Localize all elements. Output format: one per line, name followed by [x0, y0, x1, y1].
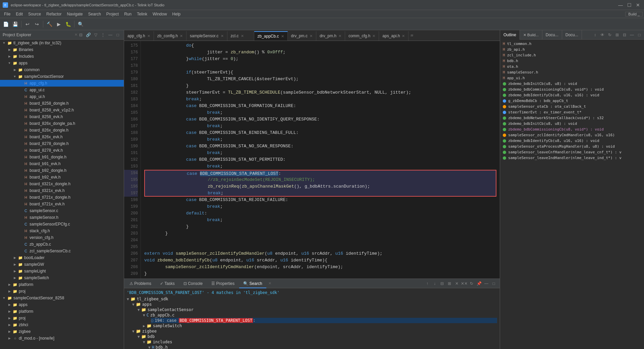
expand-icon[interactable]: ▼ [143, 340, 145, 344]
outline-func-11[interactable]: sampleSensor_leaveCnfHandler(nlme_leave_… [501, 149, 643, 155]
search-apps-item[interactable]: ▼ 📁 apps [132, 302, 497, 307]
outline-sort-icon[interactable]: ↕ [592, 32, 598, 38]
tab-close[interactable]: ✕ [241, 34, 244, 38]
search-match-item[interactable]: ○ 194: case BDB_COMMISSION_STA_PARENT_LO… [151, 318, 497, 323]
search-includes-item[interactable]: ▼ 📁 includes [143, 339, 497, 345]
minimize-icon[interactable]: — [483, 280, 490, 287]
tree-item-proj2[interactable]: ▶ 📁 proj [0, 315, 124, 321]
remove-icon[interactable]: ✕ [453, 280, 460, 287]
collapse-all-icon[interactable]: ⊟ [439, 280, 445, 287]
debug-button[interactable]: 🐛 [64, 20, 72, 29]
menu-project[interactable]: Project [104, 10, 121, 18]
tree-item-board-8258-evk-v1p2[interactable]: H board_8258_evk_v1p2.h [0, 107, 124, 113]
tree-item-zb-appCb[interactable]: C zb_appCb.c [0, 241, 124, 248]
tab-zb-appCb-c[interactable]: zb_appCb.c ✕ [254, 31, 288, 41]
search-bdb-item[interactable]: ▼ 📁 bdb [138, 334, 497, 339]
expand-icon[interactable]: ▼ [127, 297, 129, 301]
outline-var-1[interactable]: g_zbDemoBdbCb : bdb_appCb_t [501, 98, 643, 104]
tree-item-board-826x-dongle-pa[interactable]: H board_826x_dongle_pa.h [0, 120, 124, 127]
tree-item-board-b91-evk[interactable]: H board_b91_evk.h [0, 160, 124, 167]
tree-item-sampleContactSensor[interactable]: ▼ 📁 sampleContactSensor [0, 73, 124, 80]
right-tab-docu2[interactable]: Docu... [562, 30, 582, 40]
code-editor[interactable]: 175 176 177 178 179 180 181 182 183 184 … [124, 41, 500, 279]
outline-func-8[interactable]: sampleSensor_zclIdentifyCmdHandler(u8, u… [501, 132, 643, 138]
tree-item-app-ui-c[interactable]: C app_ui.c [0, 87, 124, 93]
tab-drv-pm-c[interactable]: drv_pm.c ✕ [288, 31, 316, 41]
tree-item-zcl-sampleSensorCb[interactable]: C zcl_sampleSensorCb.c [0, 248, 124, 254]
tree-item-binaries[interactable]: ▶ 📁 Binaries [0, 46, 124, 53]
minimize-button[interactable]: — [617, 2, 624, 8]
tree-item-board-8258-dongle[interactable]: H board_8258_dongle.h [0, 100, 124, 107]
pe-minimize[interactable]: — [107, 32, 114, 38]
tab-sampleSensor-c[interactable]: sampleSensor.c ✕ [186, 31, 227, 41]
tab-close[interactable]: ✕ [402, 34, 405, 38]
tree-item-version-cfg[interactable]: H version_cfg.h [0, 234, 124, 241]
outline-bdb[interactable]: H bdb.h [501, 58, 643, 64]
outline-hide-icon[interactable]: 👁 [599, 32, 606, 38]
bottom-tab-console[interactable]: ⊡ Console [179, 279, 207, 288]
outline-func-12[interactable]: sampleSensor_leaveIndHandler(nlme_leave_… [501, 155, 643, 161]
maximize-button[interactable]: ☐ [626, 2, 633, 8]
search-zbappcb-item[interactable]: ▼ C zb_appCb.c [143, 312, 497, 318]
search-scs-item[interactable]: ▼ 📁 sampleContactSensor [138, 307, 497, 312]
tree-item-board-b92-dongle[interactable]: H board_b92_dongle.h [0, 167, 124, 174]
search-root-item[interactable]: ▼ 📁 tl_zigbee_sdk [127, 296, 497, 302]
tree-item-platform[interactable]: ▶ 📁 platform [0, 281, 124, 288]
pe-maximize[interactable]: □ [114, 32, 121, 38]
tab-zcl-c[interactable]: zcl.c ✕ [227, 31, 254, 41]
tree-item-root2[interactable]: ▼ 📁 sampleContactSensor_8258 [0, 295, 124, 301]
prev-match-icon[interactable]: ↑ [424, 280, 431, 287]
tab-close[interactable]: ✕ [221, 34, 224, 38]
search-toolbar-button[interactable]: 🔍 [76, 20, 85, 29]
outline-sampleSensor-h[interactable]: H sampleSensor.h [501, 69, 643, 75]
outline-func-7[interactable]: zbdemo_bdbCommissioningCb(u8, void*) : v… [501, 127, 643, 132]
tab-app-cfg-h[interactable]: app_cfg.h ✕ [124, 31, 154, 41]
tree-item-board-826x-evk[interactable]: H board_826x_evk.h [0, 134, 124, 140]
tab-close[interactable]: ✕ [310, 34, 313, 38]
remove-all-icon[interactable]: ✕✕ [461, 280, 468, 287]
expand-icon[interactable]: ▼ [138, 308, 140, 312]
right-tab-build[interactable]: ✕ Build... [520, 30, 542, 40]
expand-icon[interactable]: ▼ [138, 335, 140, 339]
tree-item-board-tl321x-dongle[interactable]: H board_tl321x_dongle.h [0, 181, 124, 187]
close-button[interactable]: ✕ [635, 2, 641, 8]
menu-refactor[interactable]: Refactor [44, 10, 64, 18]
outline-func-6[interactable]: zbdemo_bdbInitCb(u8, u8) : void [501, 121, 643, 127]
tree-item-platform2[interactable]: ▶ 📁 platform [0, 308, 124, 315]
tree-item-board-b91-dongle[interactable]: H board_b91_dongle.h [0, 154, 124, 160]
expand-all-icon[interactable]: ⊞ [446, 280, 453, 287]
pe-menu[interactable]: ⋮ [100, 32, 106, 38]
tree-item-sampleSwitch[interactable]: ▶ 📁 sampleSwitch [0, 275, 124, 281]
menu-help[interactable]: Help [170, 10, 183, 18]
outline-zcl-include[interactable]: H zcl_include.h [501, 52, 643, 58]
tree-item-board-tl321x-evk[interactable]: H board_tl321x_evk.h [0, 187, 124, 194]
tree-item-proj[interactable]: ▶ 📁 proj [0, 288, 124, 295]
menu-source[interactable]: Source [25, 10, 44, 18]
outline-func-9[interactable]: zbdemo_bdbIdentifyCb(u8, u16, u16) : voi… [501, 138, 643, 144]
tree-item-bootLoader[interactable]: ▶ 📁 bootLoader [0, 254, 124, 261]
menu-run[interactable]: Run [121, 10, 134, 18]
tab-drv-pm-h[interactable]: drv_pm.h ✕ [316, 31, 345, 41]
tab-close[interactable]: ✕ [372, 34, 375, 38]
tree-item-board-tl721x-dongle[interactable]: H board_tl721x_dongle.h [0, 194, 124, 201]
outline-var-2[interactable]: steerTimerEvt : ev_timer_event_t* [501, 109, 643, 115]
bottom-tab-search-close[interactable]: ✕ [268, 281, 271, 286]
outline-func-3[interactable]: zbdemo_bdbIdentifyCb(u8, u16, u16) : voi… [501, 92, 643, 98]
outline-app-ui-h[interactable]: H app_ui.h [501, 75, 643, 81]
tree-item-includes[interactable]: ▶ 📁 Includes [0, 53, 124, 60]
outline-func-5[interactable]: zbdemo_bdbNetworkSteerCallback(void*) : … [501, 115, 643, 121]
save-button[interactable]: 💾 [11, 20, 19, 29]
pe-filter[interactable]: ▽ [92, 32, 99, 38]
expand-icon[interactable]: ▼ [143, 313, 145, 317]
tab-close[interactable]: ✕ [338, 34, 341, 38]
tree-item-apps2[interactable]: ▶ 📁 apps [0, 301, 124, 308]
menu-file[interactable]: File [1, 10, 13, 18]
expand-icon[interactable]: ▶ [143, 324, 145, 328]
tab-close[interactable]: ✕ [281, 34, 284, 39]
outline-expand-icon[interactable]: ⊞ [614, 32, 621, 38]
undo-button[interactable]: ↩ [23, 20, 32, 29]
tree-item-dl-mod[interactable]: ▶ ○ dl_mod.o - [none/le] [0, 335, 124, 342]
tree-item-apps[interactable]: ▼ 📁 apps [0, 60, 124, 66]
outline-func-10[interactable]: sampleSensor_otaProcessMsgHandler(u8, u8… [501, 144, 643, 149]
tab-zb-config-h[interactable]: zb_config.h ✕ [154, 31, 186, 41]
